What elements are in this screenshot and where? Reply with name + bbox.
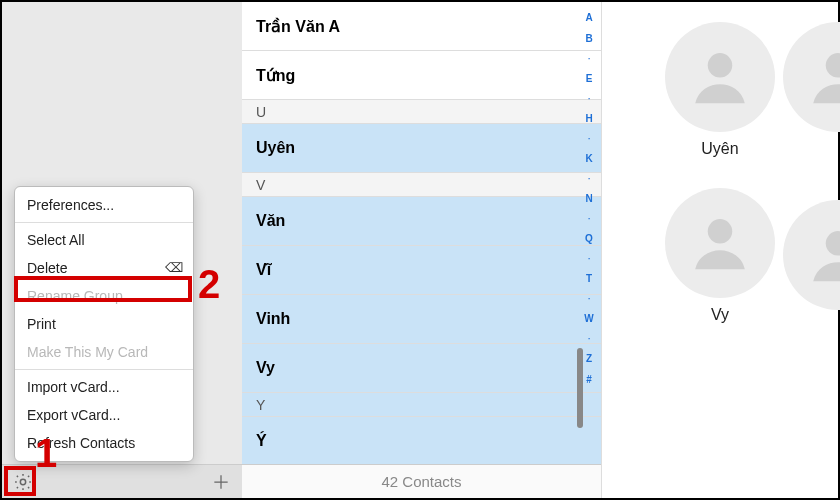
sidebar-footer (2, 464, 242, 498)
index-letter[interactable]: N (585, 193, 592, 204)
contact-row[interactable]: Vĩ (242, 246, 601, 295)
contact-card[interactable]: Vy (665, 188, 775, 324)
contact-row[interactable]: Uyên (242, 124, 601, 173)
section-header: V (242, 173, 601, 197)
menu-delete[interactable]: Delete ⌫ (15, 254, 193, 282)
contact-row[interactable]: Vy (242, 344, 601, 393)
menu-delete-label: Delete (27, 260, 67, 276)
alpha-index[interactable]: AB·E·H·K·N·Q·T·W·Z# (581, 6, 597, 460)
index-letter[interactable]: T (586, 273, 592, 284)
index-letter[interactable]: E (586, 73, 593, 84)
add-icon[interactable] (210, 471, 232, 493)
svg-point-4 (826, 231, 838, 256)
contact-count: 42 Contacts (242, 464, 601, 498)
index-letter[interactable]: · (588, 294, 590, 303)
index-letter[interactable]: · (588, 134, 590, 143)
contact-row[interactable]: Vinh (242, 295, 601, 344)
contacts-app: Preferences... Select All Delete ⌫ Renam… (0, 0, 840, 500)
index-letter[interactable]: A (585, 12, 592, 23)
contact-row[interactable]: Tứng (242, 51, 601, 100)
menu-select-all[interactable]: Select All (15, 226, 193, 254)
index-letter[interactable]: B (585, 33, 592, 44)
index-letter[interactable]: · (588, 254, 590, 263)
avatar-placeholder-icon (783, 200, 838, 310)
menu-divider (15, 369, 193, 370)
index-letter[interactable]: H (585, 113, 592, 124)
menu-export-vcard[interactable]: Export vCard... (15, 401, 193, 429)
svg-point-1 (708, 53, 733, 77)
settings-menu: Preferences... Select All Delete ⌫ Renam… (14, 186, 194, 462)
index-letter[interactable]: W (584, 313, 593, 324)
index-letter[interactable]: · (588, 334, 590, 343)
backspace-icon: ⌫ (165, 260, 183, 275)
contact-card-name: Vy (711, 306, 729, 324)
section-header: Y (242, 393, 601, 417)
contact-list[interactable]: Trần Văn ATứngUUyênVVănVĩVinhVyYÝAB·E·H·… (242, 2, 601, 464)
gear-icon[interactable] (12, 471, 34, 493)
index-letter[interactable]: Q (585, 233, 593, 244)
svg-point-0 (20, 479, 25, 484)
svg-point-2 (708, 219, 733, 244)
index-letter[interactable]: K (585, 153, 592, 164)
menu-rename-group: Rename Group (15, 282, 193, 310)
menu-import-vcard[interactable]: Import vCard... (15, 373, 193, 401)
index-letter[interactable]: · (588, 174, 590, 183)
contact-row[interactable]: Trần Văn A (242, 2, 601, 51)
index-letter[interactable]: Z (586, 353, 592, 364)
index-letter[interactable]: · (588, 54, 590, 63)
scrollbar[interactable] (577, 348, 583, 428)
menu-divider (15, 222, 193, 223)
contact-list-pane: Trần Văn ATứngUUyênVVănVĩVinhVyYÝAB·E·H·… (242, 2, 602, 498)
contact-card-partial[interactable] (783, 22, 838, 132)
menu-preferences[interactable]: Preferences... (15, 191, 193, 219)
avatar-placeholder-icon (783, 22, 838, 132)
index-letter[interactable]: # (586, 374, 592, 385)
contact-row[interactable]: Ý (242, 417, 601, 464)
index-letter[interactable]: · (588, 214, 590, 223)
sidebar: Preferences... Select All Delete ⌫ Renam… (2, 2, 242, 498)
contact-card[interactable]: Uyên (665, 22, 775, 158)
detail-pane: Uyên Vy (602, 2, 838, 498)
menu-make-my-card: Make This My Card (15, 338, 193, 366)
index-letter[interactable]: · (588, 94, 590, 103)
menu-print[interactable]: Print (15, 310, 193, 338)
section-header: U (242, 100, 601, 124)
contact-card-partial[interactable] (783, 200, 838, 310)
avatar-placeholder-icon (665, 188, 775, 298)
menu-refresh-contacts[interactable]: Refresh Contacts (15, 429, 193, 457)
contact-card-name: Uyên (701, 140, 738, 158)
contact-row[interactable]: Văn (242, 197, 601, 246)
svg-point-3 (826, 53, 838, 77)
avatar-placeholder-icon (665, 22, 775, 132)
